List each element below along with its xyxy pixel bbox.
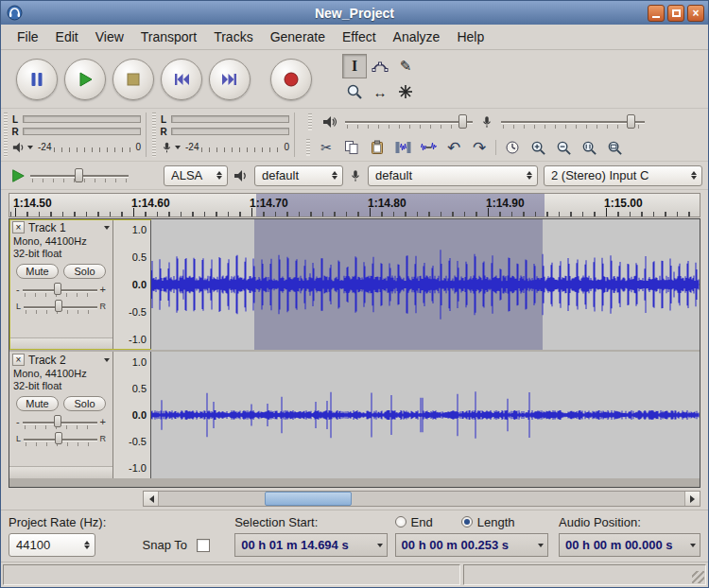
redo-button[interactable]: ↷ bbox=[467, 136, 492, 159]
playback-meter-grip[interactable] bbox=[4, 112, 8, 157]
input-volume-slider-thumb[interactable] bbox=[627, 114, 635, 129]
menu-help[interactable]: Help bbox=[448, 26, 493, 48]
selection-tool-button[interactable]: I bbox=[342, 54, 367, 78]
mute-button[interactable]: Mute bbox=[16, 264, 59, 279]
field-dropdown-arrow-icon[interactable] bbox=[536, 541, 545, 550]
pause-button[interactable] bbox=[16, 59, 58, 100]
horizontal-scrollbar[interactable] bbox=[143, 491, 700, 507]
track-close-button[interactable]: × bbox=[12, 221, 25, 233]
minimize-button[interactable] bbox=[648, 5, 665, 22]
playback-meter-toolbar: L R -24 0 bbox=[10, 109, 143, 161]
play-button[interactable] bbox=[64, 59, 106, 100]
silence-audio-button[interactable] bbox=[416, 136, 441, 159]
playback-speed-slider-thumb[interactable] bbox=[75, 168, 83, 182]
pan-slider-thumb[interactable] bbox=[55, 432, 62, 444]
input-channels-select[interactable]: 2 (Stereo) Input C bbox=[544, 165, 702, 186]
scroll-left-button[interactable] bbox=[144, 492, 159, 506]
stop-button[interactable] bbox=[112, 59, 154, 100]
track-menu-arrow-icon[interactable] bbox=[104, 226, 110, 233]
play-at-speed-button[interactable] bbox=[10, 168, 26, 183]
output-volume-slider[interactable] bbox=[345, 113, 473, 130]
recording-meter-grip[interactable] bbox=[152, 112, 156, 157]
trim-audio-button[interactable] bbox=[390, 136, 415, 159]
skip-to-end-button[interactable] bbox=[209, 59, 251, 100]
multi-tool-button[interactable] bbox=[393, 79, 418, 104]
fit-project-button[interactable] bbox=[602, 136, 627, 159]
gain-min-label: - bbox=[16, 284, 20, 295]
track-menu-arrow-icon[interactable] bbox=[104, 358, 110, 365]
recording-meter-menu[interactable] bbox=[159, 141, 182, 154]
zoom-in-button[interactable] bbox=[526, 136, 550, 159]
mixer-toolbar-grip[interactable] bbox=[308, 113, 312, 130]
track-close-button[interactable]: × bbox=[12, 354, 25, 366]
window-resize-grip[interactable] bbox=[692, 571, 704, 583]
skip-to-start-button[interactable] bbox=[161, 59, 202, 100]
time-shift-tool-button[interactable]: ↔ bbox=[368, 79, 392, 104]
menu-effect[interactable]: Effect bbox=[334, 26, 385, 48]
project-rate-select[interactable]: 44100 bbox=[9, 533, 95, 557]
length-radio[interactable] bbox=[461, 516, 473, 527]
menu-analyze[interactable]: Analyze bbox=[385, 26, 449, 48]
scrollbar-thumb[interactable] bbox=[265, 492, 352, 506]
playback-meter-menu[interactable] bbox=[10, 141, 35, 154]
playback-speed-slider[interactable] bbox=[30, 167, 129, 184]
output-device-select[interactable]: default bbox=[254, 165, 343, 186]
pan-slider[interactable] bbox=[24, 431, 96, 446]
timeline-ruler[interactable]: 1:14.50 1:14.60 1:14.70 1:14.80 1:14.90 … bbox=[9, 193, 700, 217]
gain-slider[interactable] bbox=[23, 282, 97, 297]
maximize-button[interactable] bbox=[667, 5, 684, 22]
track-title-menu[interactable]: Track 2 bbox=[28, 354, 66, 367]
menu-view[interactable]: View bbox=[87, 26, 132, 48]
clock-icon bbox=[505, 140, 520, 155]
audio-host-select[interactable]: ALSA bbox=[164, 165, 228, 186]
zoom-out-button[interactable] bbox=[551, 136, 576, 159]
draw-tool-button[interactable]: ✎ bbox=[393, 54, 418, 78]
zoom-tool-button[interactable] bbox=[342, 79, 367, 104]
track-title-menu[interactable]: Track 1 bbox=[28, 221, 66, 234]
field-dropdown-arrow-icon[interactable] bbox=[688, 541, 698, 550]
selection-start-field[interactable]: 00 h 01 m 14.694 s bbox=[234, 533, 388, 557]
menu-file[interactable]: File bbox=[9, 26, 47, 48]
field-dropdown-arrow-icon[interactable] bbox=[375, 541, 385, 550]
record-button[interactable] bbox=[270, 59, 312, 100]
sync-lock-clock-button[interactable] bbox=[500, 136, 525, 159]
envelope-tool-button[interactable] bbox=[368, 54, 392, 78]
close-button[interactable]: × bbox=[687, 5, 704, 22]
selection-length-field[interactable]: 00 h 00 m 00.253 s bbox=[395, 533, 548, 557]
scroll-right-button[interactable] bbox=[684, 492, 700, 506]
mute-button[interactable]: Mute bbox=[16, 396, 59, 411]
paste-button[interactable] bbox=[365, 136, 389, 159]
track-resize-handle[interactable] bbox=[9, 337, 112, 350]
menu-generate[interactable]: Generate bbox=[262, 26, 334, 48]
audio-position-field[interactable]: 00 h 00 m 00.000 s bbox=[559, 533, 700, 557]
output-volume-slider-thumb[interactable] bbox=[458, 114, 467, 129]
track-vertical-ruler[interactable]: 1.0 0.5 0.0 -0.5 -1.0 bbox=[113, 219, 151, 350]
track-1-waveform-area[interactable] bbox=[151, 219, 700, 350]
track-2-waveform-area[interactable] bbox=[151, 352, 700, 478]
track-resize-handle[interactable] bbox=[9, 466, 112, 478]
select-arrows-icon bbox=[525, 168, 534, 182]
track-vertical-ruler[interactable]: 1.0 0.5 0.0 -0.5 -1.0 bbox=[113, 352, 151, 478]
fit-selection-button[interactable] bbox=[577, 136, 601, 159]
input-device-select[interactable]: default bbox=[368, 165, 538, 186]
gain-slider-thumb[interactable] bbox=[54, 415, 61, 427]
cut-button[interactable]: ✂ bbox=[314, 136, 338, 159]
edit-toolbar-grip[interactable] bbox=[306, 139, 310, 156]
menu-transport[interactable]: Transport bbox=[132, 26, 205, 48]
input-volume-slider[interactable] bbox=[501, 113, 645, 130]
pan-slider[interactable] bbox=[24, 299, 96, 314]
solo-button[interactable]: Solo bbox=[63, 396, 106, 411]
menu-edit[interactable]: Edit bbox=[47, 26, 87, 48]
scrollbar-track[interactable] bbox=[159, 492, 684, 506]
menu-tracks[interactable]: Tracks bbox=[205, 26, 261, 48]
gain-slider[interactable] bbox=[23, 414, 97, 429]
pan-slider-thumb[interactable] bbox=[55, 300, 62, 312]
snap-checkbox[interactable] bbox=[197, 539, 210, 552]
solo-button[interactable]: Solo bbox=[63, 264, 106, 279]
gain-slider-thumb[interactable] bbox=[54, 283, 61, 295]
undo-button[interactable]: ↶ bbox=[441, 136, 466, 159]
copy-button[interactable] bbox=[339, 136, 364, 159]
track-2-control-panel: × Track 2 Mono, 44100Hz 32-bit float Mut… bbox=[9, 352, 113, 478]
end-radio[interactable] bbox=[395, 516, 406, 527]
titlebar[interactable]: New_Project × bbox=[1, 1, 708, 25]
